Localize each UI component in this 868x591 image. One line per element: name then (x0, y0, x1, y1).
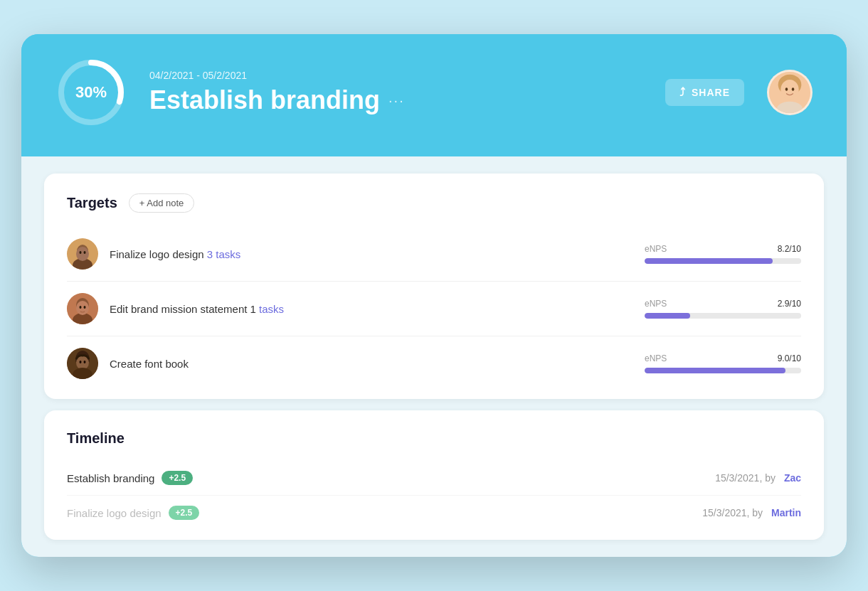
enps-label-1: eNPS (645, 244, 667, 254)
enps-bar-track-3 (645, 368, 801, 373)
progress-ring: 30% (55, 57, 127, 128)
target-avatar-3 (67, 348, 98, 379)
avatar[interactable] (767, 70, 813, 115)
main-content: Targets + Add note Finalize logo (21, 156, 847, 557)
targets-card: Targets + Add note Finalize logo (44, 174, 824, 399)
timeline-user-2[interactable]: Martin (771, 507, 801, 518)
timeline-meta-1: 15/3/2021, by Zac (715, 472, 801, 484)
timeline-badge-1: +2.5 (162, 471, 193, 485)
target-row: Create font book eNPS 9.0/10 (67, 336, 801, 379)
avatar-image (769, 70, 810, 115)
target-enps-2: eNPS 2.9/10 (645, 299, 801, 319)
target-row: Finalize logo design 3 tasks eNPS 8.2/10 (67, 227, 801, 282)
enps-value-3: 9.0/10 (778, 353, 801, 363)
app-container: 30% 04/2/2021 - 05/2/2021 Establish bran… (21, 34, 847, 557)
enps-label-2: eNPS (645, 299, 667, 309)
timeline-name-1: Establish branding +2.5 (67, 471, 193, 485)
header: 30% 04/2/2021 - 05/2/2021 Establish bran… (21, 34, 847, 156)
target-text-3: Create font book (110, 358, 645, 370)
timeline-meta-2: 15/3/2021, by Martin (702, 507, 801, 518)
svg-point-13 (76, 247, 89, 261)
header-title-row: Establish branding ··· (149, 85, 642, 115)
enps-bar-fill-3 (645, 368, 785, 373)
targets-title: Targets (67, 195, 117, 211)
share-button[interactable]: ⤴ SHARE (665, 79, 744, 106)
progress-label: 30% (75, 83, 107, 102)
timeline-header: Timeline (67, 430, 801, 447)
svg-point-27 (84, 361, 86, 363)
target-enps-3: eNPS 9.0/10 (645, 353, 801, 373)
header-info: 04/2/2021 - 05/2/2021 Establish branding… (149, 70, 642, 115)
timeline-row: Finalize logo design +2.5 15/3/2021, by … (67, 496, 801, 520)
targets-header: Targets + Add note (67, 193, 801, 213)
share-label: SHARE (692, 87, 730, 98)
enps-bar-track-2 (645, 313, 801, 319)
target-text-2: Edit brand mission statement 1 tasks (110, 303, 645, 315)
page-title: Establish branding (149, 85, 380, 115)
enps-value-2: 2.9/10 (778, 299, 801, 309)
svg-point-21 (84, 306, 86, 309)
svg-point-19 (76, 301, 89, 315)
enps-bar-fill-2 (645, 313, 690, 319)
header-dots[interactable]: ··· (388, 92, 405, 109)
svg-point-20 (80, 306, 82, 309)
target-avatar-2 (67, 293, 98, 324)
target-enps-1: eNPS 8.2/10 (645, 244, 801, 264)
header-date: 04/2/2021 - 05/2/2021 (149, 70, 642, 81)
timeline-user-1[interactable]: Zac (784, 472, 801, 484)
timeline-badge-2: +2.5 (169, 506, 200, 520)
timeline-card: Timeline Establish branding +2.5 15/3/20… (44, 410, 824, 540)
svg-point-6 (792, 87, 795, 91)
add-note-button[interactable]: + Add note (129, 193, 195, 213)
enps-label-3: eNPS (645, 353, 667, 363)
enps-bar-fill-1 (645, 258, 773, 264)
target-text-1: Finalize logo design 3 tasks (110, 248, 645, 260)
timeline-name-2: Finalize logo design +2.5 (67, 506, 199, 520)
target-link-1[interactable]: 3 tasks (207, 248, 241, 260)
timeline-row: Establish branding +2.5 15/3/2021, by Za… (67, 461, 801, 496)
share-icon: ⤴ (679, 86, 686, 99)
enps-bar-track-1 (645, 258, 801, 264)
target-link-2[interactable]: tasks (259, 303, 284, 315)
svg-point-14 (80, 251, 82, 254)
target-avatar-1 (67, 238, 98, 270)
svg-point-26 (80, 361, 82, 363)
timeline-title: Timeline (67, 430, 125, 447)
svg-point-5 (785, 87, 788, 91)
svg-point-15 (84, 251, 86, 254)
target-row: Edit brand mission statement 1 tasks eNP… (67, 282, 801, 336)
enps-value-1: 8.2/10 (778, 244, 801, 254)
